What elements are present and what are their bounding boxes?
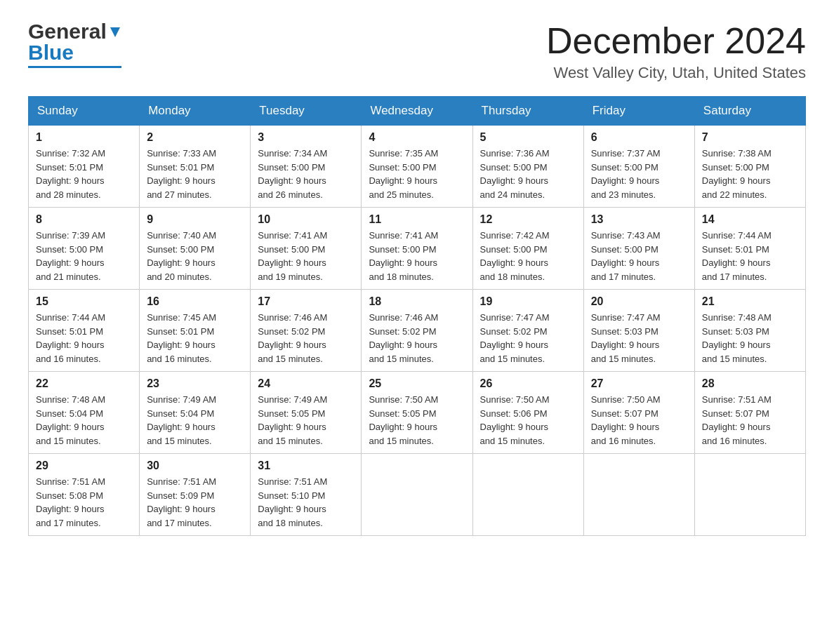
day-number: 4 (369, 131, 465, 144)
calendar-day-cell: 15Sunrise: 7:44 AMSunset: 5:01 PMDayligh… (29, 290, 140, 372)
day-info: Sunrise: 7:51 AMSunset: 5:09 PMDaylight:… (147, 475, 243, 530)
calendar-day-cell: 3Sunrise: 7:34 AMSunset: 5:00 PMDaylight… (251, 126, 362, 208)
calendar-day-cell: 12Sunrise: 7:42 AMSunset: 5:00 PMDayligh… (472, 208, 583, 290)
day-number: 2 (147, 131, 243, 144)
calendar-day-cell: 9Sunrise: 7:40 AMSunset: 5:00 PMDaylight… (140, 208, 251, 290)
day-number: 10 (258, 213, 354, 226)
day-info: Sunrise: 7:36 AMSunset: 5:00 PMDaylight:… (480, 147, 576, 201)
calendar-day-cell: 14Sunrise: 7:44 AMSunset: 5:01 PMDayligh… (694, 208, 805, 290)
day-number: 21 (702, 295, 798, 308)
day-info: Sunrise: 7:46 AMSunset: 5:02 PMDaylight:… (369, 311, 465, 365)
day-info: Sunrise: 7:39 AMSunset: 5:00 PMDaylight:… (36, 229, 132, 283)
day-number: 13 (591, 213, 687, 226)
day-number: 12 (480, 213, 576, 226)
day-number: 19 (480, 295, 576, 308)
calendar-day-cell: 16Sunrise: 7:45 AMSunset: 5:01 PMDayligh… (140, 290, 251, 372)
day-info: Sunrise: 7:51 AMSunset: 5:07 PMDaylight:… (702, 393, 798, 448)
day-number: 15 (36, 295, 132, 308)
calendar-day-cell: 24Sunrise: 7:49 AMSunset: 5:05 PMDayligh… (251, 372, 362, 454)
calendar-day-cell: 11Sunrise: 7:41 AMSunset: 5:00 PMDayligh… (362, 208, 472, 290)
day-info: Sunrise: 7:51 AMSunset: 5:08 PMDaylight:… (36, 475, 132, 530)
empty-cell (362, 454, 472, 536)
calendar-day-cell: 21Sunrise: 7:48 AMSunset: 5:03 PMDayligh… (694, 290, 805, 372)
day-info: Sunrise: 7:44 AMSunset: 5:01 PMDaylight:… (702, 229, 798, 283)
logo-underline (28, 66, 121, 68)
day-info: Sunrise: 7:42 AMSunset: 5:00 PMDaylight:… (480, 229, 576, 283)
day-number: 8 (36, 213, 132, 226)
calendar-day-cell: 13Sunrise: 7:43 AMSunset: 5:00 PMDayligh… (583, 208, 694, 290)
calendar-week-row: 1Sunrise: 7:32 AMSunset: 5:01 PMDaylight… (29, 126, 806, 208)
day-number: 31 (258, 459, 354, 472)
calendar-day-cell: 28Sunrise: 7:51 AMSunset: 5:07 PMDayligh… (694, 372, 805, 454)
title-section: December 2024 West Valley City, Utah, Un… (546, 21, 806, 82)
column-header-friday: Friday (583, 97, 694, 126)
calendar-week-row: 8Sunrise: 7:39 AMSunset: 5:00 PMDaylight… (29, 208, 806, 290)
day-info: Sunrise: 7:34 AMSunset: 5:00 PMDaylight:… (258, 147, 354, 201)
empty-cell (694, 454, 805, 536)
calendar-title: December 2024 (546, 21, 806, 61)
day-number: 14 (702, 213, 798, 226)
calendar-day-cell: 30Sunrise: 7:51 AMSunset: 5:09 PMDayligh… (140, 454, 251, 536)
day-info: Sunrise: 7:50 AMSunset: 5:06 PMDaylight:… (480, 393, 576, 448)
day-info: Sunrise: 7:50 AMSunset: 5:05 PMDaylight:… (369, 393, 465, 448)
day-number: 11 (369, 213, 465, 226)
day-info: Sunrise: 7:48 AMSunset: 5:03 PMDaylight:… (702, 311, 798, 365)
day-number: 29 (36, 459, 132, 472)
calendar-day-cell: 26Sunrise: 7:50 AMSunset: 5:06 PMDayligh… (472, 372, 583, 454)
day-info: Sunrise: 7:33 AMSunset: 5:01 PMDaylight:… (147, 147, 243, 201)
day-info: Sunrise: 7:35 AMSunset: 5:00 PMDaylight:… (369, 147, 465, 201)
day-number: 1 (36, 131, 132, 144)
day-info: Sunrise: 7:49 AMSunset: 5:05 PMDaylight:… (258, 393, 354, 448)
calendar-day-cell: 27Sunrise: 7:50 AMSunset: 5:07 PMDayligh… (583, 372, 694, 454)
day-info: Sunrise: 7:48 AMSunset: 5:04 PMDaylight:… (36, 393, 132, 448)
day-number: 5 (480, 131, 576, 144)
empty-cell (583, 454, 694, 536)
calendar-day-cell: 17Sunrise: 7:46 AMSunset: 5:02 PMDayligh… (251, 290, 362, 372)
day-number: 6 (591, 131, 687, 144)
day-info: Sunrise: 7:50 AMSunset: 5:07 PMDaylight:… (591, 393, 687, 448)
calendar-day-cell: 8Sunrise: 7:39 AMSunset: 5:00 PMDaylight… (29, 208, 140, 290)
column-header-saturday: Saturday (694, 97, 805, 126)
day-number: 23 (147, 377, 243, 390)
day-number: 24 (258, 377, 354, 390)
logo-general-text: General (28, 21, 107, 42)
calendar-week-row: 22Sunrise: 7:48 AMSunset: 5:04 PMDayligh… (29, 372, 806, 454)
day-number: 28 (702, 377, 798, 390)
calendar-day-cell: 10Sunrise: 7:41 AMSunset: 5:00 PMDayligh… (251, 208, 362, 290)
calendar-day-cell: 4Sunrise: 7:35 AMSunset: 5:00 PMDaylight… (362, 126, 472, 208)
calendar-day-cell: 19Sunrise: 7:47 AMSunset: 5:02 PMDayligh… (472, 290, 583, 372)
day-number: 20 (591, 295, 687, 308)
day-number: 22 (36, 377, 132, 390)
day-info: Sunrise: 7:47 AMSunset: 5:03 PMDaylight:… (591, 311, 687, 365)
day-number: 16 (147, 295, 243, 308)
day-number: 30 (147, 459, 243, 472)
column-header-tuesday: Tuesday (251, 97, 362, 126)
day-number: 9 (147, 213, 243, 226)
day-info: Sunrise: 7:49 AMSunset: 5:04 PMDaylight:… (147, 393, 243, 448)
day-number: 7 (702, 131, 798, 144)
calendar-day-cell: 22Sunrise: 7:48 AMSunset: 5:04 PMDayligh… (29, 372, 140, 454)
calendar-location: West Valley City, Utah, United States (546, 64, 806, 82)
day-info: Sunrise: 7:43 AMSunset: 5:00 PMDaylight:… (591, 229, 687, 283)
calendar-day-cell: 20Sunrise: 7:47 AMSunset: 5:03 PMDayligh… (583, 290, 694, 372)
empty-cell (472, 454, 583, 536)
calendar-day-cell: 7Sunrise: 7:38 AMSunset: 5:00 PMDaylight… (694, 126, 805, 208)
calendar-day-cell: 5Sunrise: 7:36 AMSunset: 5:00 PMDaylight… (472, 126, 583, 208)
calendar-day-cell: 23Sunrise: 7:49 AMSunset: 5:04 PMDayligh… (140, 372, 251, 454)
calendar-day-cell: 25Sunrise: 7:50 AMSunset: 5:05 PMDayligh… (362, 372, 472, 454)
column-header-monday: Monday (140, 97, 251, 126)
calendar-day-cell: 29Sunrise: 7:51 AMSunset: 5:08 PMDayligh… (29, 454, 140, 536)
calendar-day-cell: 6Sunrise: 7:37 AMSunset: 5:00 PMDaylight… (583, 126, 694, 208)
day-info: Sunrise: 7:44 AMSunset: 5:01 PMDaylight:… (36, 311, 132, 365)
day-info: Sunrise: 7:40 AMSunset: 5:00 PMDaylight:… (147, 229, 243, 283)
column-header-sunday: Sunday (29, 97, 140, 126)
day-info: Sunrise: 7:46 AMSunset: 5:02 PMDaylight:… (258, 311, 354, 365)
logo-arrow-icon (109, 26, 121, 41)
day-info: Sunrise: 7:37 AMSunset: 5:00 PMDaylight:… (591, 147, 687, 201)
day-info: Sunrise: 7:45 AMSunset: 5:01 PMDaylight:… (147, 311, 243, 365)
day-number: 18 (369, 295, 465, 308)
day-number: 27 (591, 377, 687, 390)
day-number: 3 (258, 131, 354, 144)
day-number: 25 (369, 377, 465, 390)
column-header-wednesday: Wednesday (362, 97, 472, 126)
